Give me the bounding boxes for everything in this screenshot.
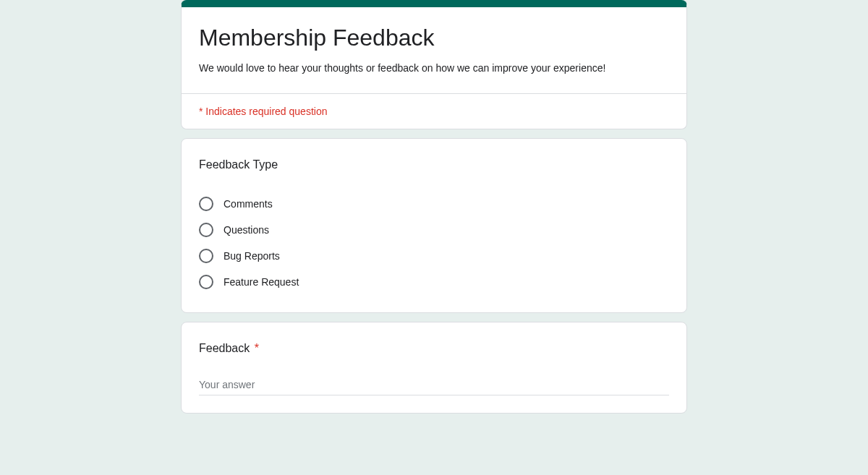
radio-label: Feature Request [224,276,299,288]
radio-option-questions[interactable]: Questions [199,217,669,243]
radio-icon [199,197,213,211]
question-title: Feedback * [199,340,669,357]
radio-label: Questions [224,224,269,236]
feedback-input[interactable] [199,375,669,395]
radio-icon [199,249,213,263]
form-description: We would love to hear your thoughts or f… [199,61,669,76]
question-card-feedback: Feedback * [181,322,687,414]
form-title: Membership Feedback [199,23,669,52]
radio-option-bug-reports[interactable]: Bug Reports [199,243,669,269]
required-notice: * Indicates required question [182,93,686,129]
form-header-card: Membership Feedback We would love to hea… [181,0,687,129]
radio-option-comments[interactable]: Comments [199,191,669,217]
radio-option-feature-request[interactable]: Feature Request [199,269,669,295]
radio-label: Comments [224,198,273,210]
question-label: Feedback [199,342,250,354]
question-title: Feedback Type [199,156,669,174]
radio-icon [199,275,213,289]
question-card-feedback-type: Feedback Type Comments Questions Bug Rep… [181,138,687,313]
radio-label: Bug Reports [224,250,280,262]
required-asterisk: * [255,342,259,354]
radio-icon [199,223,213,237]
